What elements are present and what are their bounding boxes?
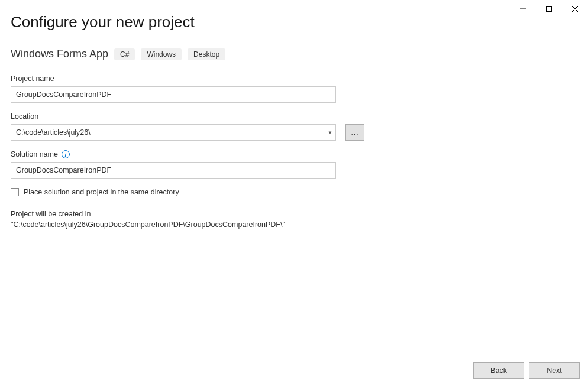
solution-name-input[interactable] [11, 162, 336, 179]
solution-name-label-text: Solution name [11, 150, 58, 158]
solution-name-group: Solution name i [11, 150, 588, 179]
info-icon[interactable]: i [62, 150, 70, 158]
browse-button[interactable]: ... [345, 124, 364, 141]
minimize-button[interactable] [510, 0, 536, 18]
tag-csharp: C# [114, 48, 135, 60]
back-button[interactable]: Back [473, 362, 524, 379]
creation-path-text: Project will be created in "C:\code\arti… [11, 209, 336, 230]
same-directory-checkbox[interactable] [11, 188, 19, 196]
same-directory-row: Place solution and project in the same d… [11, 188, 588, 196]
tag-windows: Windows [141, 48, 182, 60]
project-name-input[interactable] [11, 86, 336, 103]
svg-rect-1 [547, 7, 552, 12]
tag-desktop: Desktop [188, 48, 225, 60]
project-name-label: Project name [11, 74, 588, 83]
location-group: Location ▼ ... [11, 112, 588, 141]
page-title: Configure your new project [11, 13, 588, 31]
window-controls [510, 0, 588, 18]
same-directory-label: Place solution and project in the same d… [24, 188, 179, 196]
maximize-button[interactable] [536, 0, 562, 18]
next-button[interactable]: Next [529, 362, 580, 379]
close-button[interactable] [562, 0, 588, 18]
project-name-group: Project name [11, 74, 588, 103]
solution-name-label: Solution name i [11, 150, 588, 158]
template-name: Windows Forms App [11, 48, 108, 60]
footer-buttons: Back Next [473, 362, 580, 379]
location-label: Location [11, 112, 588, 121]
location-input[interactable] [11, 124, 336, 141]
main-content: Configure your new project Windows Forms… [0, 0, 588, 230]
template-row: Windows Forms App C# Windows Desktop [11, 48, 588, 60]
